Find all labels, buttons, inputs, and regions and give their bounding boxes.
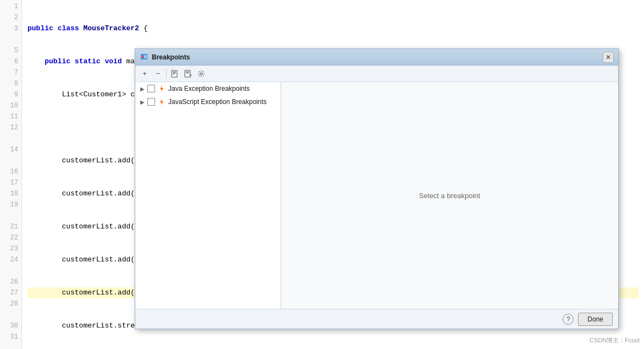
dialog-close-button[interactable]: ✕ <box>603 52 614 63</box>
breakpoints-list[interactable]: ▶ Java Exception Breakpoints ▶ <box>135 82 281 309</box>
toolbar-separator-1 <box>166 69 167 79</box>
line-num-11: 11 <box>0 111 21 122</box>
line-num-4 <box>0 34 21 45</box>
javascript-exception-label: JavaScript Exception Breakpoints <box>168 98 267 106</box>
lightning-icon-js <box>157 97 166 106</box>
line-numbers: 1 2 3 5 6 7 8 9 10 11 12 14 16 17 18 19 … <box>0 0 22 349</box>
svg-rect-8 <box>173 74 175 74</box>
dialog-toolbar: + − <box>135 66 618 82</box>
line-num-25 <box>0 265 21 276</box>
line-num-16: 16 <box>0 166 21 177</box>
done-button[interactable]: Done <box>578 313 613 326</box>
code-line-1: public class MouseTracker2 { <box>27 23 639 34</box>
dialog-titlebar: Breakpoints ✕ <box>135 49 618 66</box>
line-num-7: 7 <box>0 67 21 78</box>
line-num-10: 10 <box>0 100 21 111</box>
import-button[interactable] <box>182 68 194 80</box>
dialog-title-text: Breakpoints <box>152 53 603 61</box>
line-num-19: 19 <box>0 199 21 210</box>
remove-breakpoint-button[interactable]: − <box>152 68 164 80</box>
javascript-exception-expand-arrow: ▶ <box>139 98 146 106</box>
svg-point-1 <box>141 56 144 58</box>
line-num-22: 22 <box>0 232 21 243</box>
settings-button[interactable] <box>195 68 207 80</box>
select-breakpoint-text: Select a breakpoint <box>419 192 480 200</box>
line-num-26: 26 <box>0 276 21 287</box>
line-num-1: 1 <box>0 1 21 12</box>
dialog-title-icon <box>140 53 148 62</box>
breakpoints-dialog[interactable]: Breakpoints ✕ + − <box>135 48 619 329</box>
svg-marker-15 <box>160 99 163 105</box>
export-button[interactable] <box>169 68 181 80</box>
help-icon[interactable]: ? <box>563 314 574 325</box>
line-num-30: 30 <box>0 320 21 331</box>
line-num-24: 24 <box>0 254 21 265</box>
javascript-exception-group-row[interactable]: ▶ JavaScript Exception Breakpoints <box>135 95 280 108</box>
line-num-8: 8 <box>0 78 21 89</box>
line-num-5: 5 <box>0 45 21 56</box>
details-panel: Select a breakpoint <box>281 82 618 309</box>
line-num-18: 18 <box>0 188 21 199</box>
dialog-body: ▶ Java Exception Breakpoints ▶ <box>135 82 618 309</box>
line-num-2: 2 <box>0 12 21 23</box>
svg-rect-6 <box>173 72 176 72</box>
java-exception-group[interactable]: ▶ Java Exception Breakpoints <box>135 82 280 95</box>
line-num-28: 28 <box>0 298 21 309</box>
java-exception-checkbox[interactable] <box>147 85 155 92</box>
line-num-6: 6 <box>0 56 21 67</box>
line-num-31: 31 <box>0 331 21 342</box>
javascript-exception-checkbox[interactable] <box>147 98 155 106</box>
lightning-icon-java <box>157 84 166 93</box>
line-num-20 <box>0 210 21 221</box>
line-num-12: 12 <box>0 122 21 133</box>
java-exception-label: Java Exception Breakpoints <box>168 85 250 92</box>
line-num-15 <box>0 155 21 166</box>
line-num-9: 9 <box>0 89 21 100</box>
svg-rect-7 <box>173 73 176 73</box>
line-num-27: 27 <box>0 287 21 298</box>
line-num-3: 3 <box>0 23 21 34</box>
line-num-13 <box>0 133 21 144</box>
line-num-29 <box>0 309 21 320</box>
svg-point-13 <box>200 73 202 75</box>
line-num-14: 14 <box>0 144 21 155</box>
svg-rect-10 <box>186 72 189 72</box>
line-num-23: 23 <box>0 243 21 254</box>
javascript-exception-group[interactable]: ▶ JavaScript Exception Breakpoints <box>135 95 280 108</box>
line-num-17: 17 <box>0 177 21 188</box>
java-exception-expand-arrow: ▶ <box>139 85 146 92</box>
java-exception-group-row[interactable]: ▶ Java Exception Breakpoints <box>135 82 280 95</box>
dialog-footer: ? Done <box>135 309 618 329</box>
line-num-21: 21 <box>0 221 21 232</box>
add-breakpoint-button[interactable]: + <box>139 68 151 80</box>
svg-rect-11 <box>186 73 189 73</box>
svg-marker-14 <box>160 85 163 92</box>
